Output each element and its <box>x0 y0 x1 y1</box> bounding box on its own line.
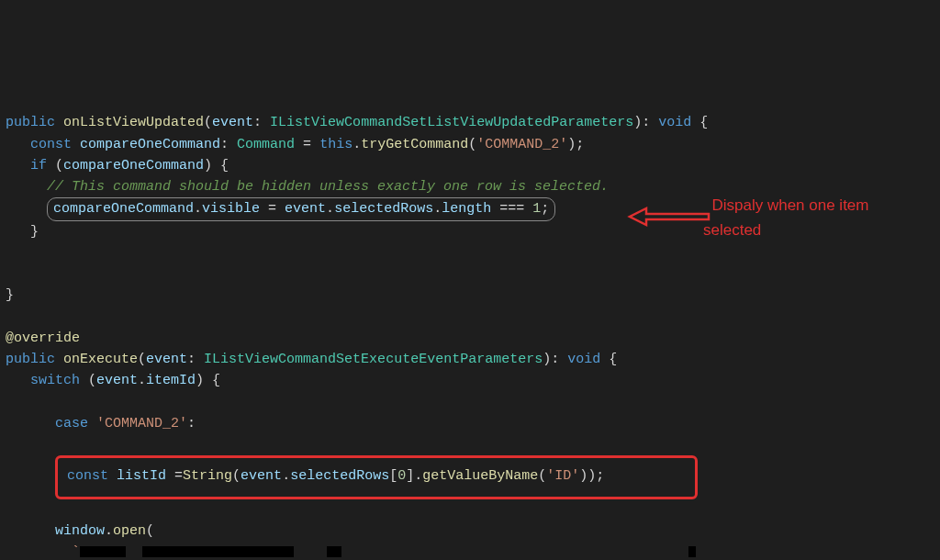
highlighted-code-2: const listId =String(event.selectedRows[… <box>55 455 698 498</box>
annotation-text: Dispaly when one itemselected <box>703 170 868 242</box>
code-line-override: @override <box>6 330 80 346</box>
code-line-8: } <box>6 287 14 303</box>
code-line-7 <box>6 245 14 261</box>
code-line-7b <box>6 266 14 282</box>
code-line-10: public onExecute(event: IListViewCommand… <box>6 352 617 367</box>
code-line-2: const compareOneCommand: Command = this.… <box>6 137 584 152</box>
annotation-arrow <box>611 184 711 237</box>
code-line-6: } <box>6 224 39 240</box>
code-line-5: compareOneCommand.visible = event.select… <box>6 201 555 217</box>
code-line-9 <box>6 309 14 325</box>
code-line-15 <box>6 502 14 518</box>
code-line-4: // This command should be hidden unless … <box>6 179 609 195</box>
code-line-14: const listId =String(event.selectedRows[… <box>6 468 698 484</box>
code-line-1: public onListViewUpdated(event: IListVie… <box>6 115 708 130</box>
code-editor: public onListViewUpdated(event: IListVie… <box>6 91 940 560</box>
code-line-16: window.open( <box>6 523 154 539</box>
code-line-13: case 'COMMAND_2': <box>6 416 196 431</box>
code-line-3: if (compareOneCommand) { <box>6 158 229 174</box>
code-line-13b <box>6 437 55 453</box>
highlighted-code-1: compareOneCommand.visible = event.select… <box>47 197 555 220</box>
redacted-url-1 <box>80 546 126 557</box>
code-line-11: switch (event.itemId) { <box>6 373 220 388</box>
code-line-17: ` <box>6 544 696 560</box>
code-line-12 <box>6 395 14 410</box>
